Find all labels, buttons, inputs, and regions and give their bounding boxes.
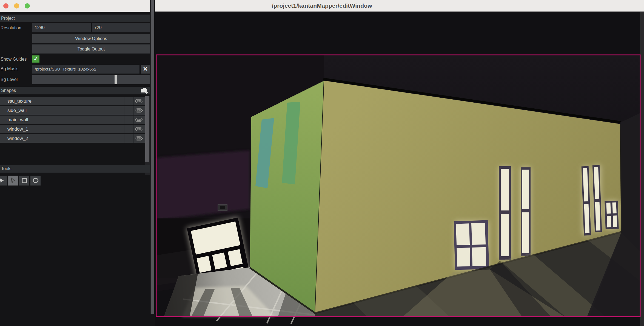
- select-tool-button[interactable]: [0, 176, 7, 186]
- shape-name: side_wall: [7, 106, 27, 115]
- projection-scene: [155, 12, 644, 326]
- bg-level-label: Bg Level: [1, 77, 18, 82]
- bg-level-slider-handle[interactable]: [115, 75, 117, 84]
- shapes-section-header: Shapes: [0, 87, 150, 94]
- rectangle-tool-button[interactable]: [19, 176, 29, 186]
- node-select-tool-button[interactable]: [8, 176, 18, 186]
- shapes-scrollbar[interactable]: [145, 96, 150, 175]
- tools-header-label: Tools: [1, 166, 11, 171]
- kantan-mapper-panel: Project Resolution 1280 720 Window Optio…: [0, 12, 155, 326]
- shape-name: window_2: [7, 134, 28, 143]
- shape-row-main-wall[interactable]: main_wall: [0, 116, 145, 124]
- close-button[interactable]: [3, 3, 8, 9]
- purple-light-patch: [157, 150, 250, 220]
- tools-section-header: Tools: [0, 165, 150, 173]
- visibility-eye-icon[interactable]: [135, 108, 143, 113]
- minimize-button[interactable]: [14, 3, 19, 9]
- zoom-button[interactable]: [25, 3, 30, 9]
- tall-window-a1: [499, 166, 511, 260]
- project-section-header: Project: [0, 15, 150, 22]
- shapes-scrollbar-thumb[interactable]: [145, 96, 149, 162]
- window-options-button[interactable]: Window Options: [32, 34, 150, 43]
- show-guides-label: Show Guides: [1, 57, 27, 62]
- freeform-tool-button[interactable]: [30, 176, 41, 186]
- titlebar: /project1/kantanMapper/editWindow: [0, 0, 644, 12]
- shape-name: ssu_texture: [7, 97, 32, 105]
- freeform-shape-icon: [32, 178, 39, 184]
- bg-mask-field[interactable]: /project1/SSU_Texture_1024x652: [32, 65, 139, 74]
- shapes-header-label: Shapes: [1, 88, 16, 93]
- project-header-label: Project: [1, 16, 15, 21]
- shape-row-window-2[interactable]: window_2: [0, 134, 145, 143]
- show-guides-checkbox[interactable]: ✓: [32, 55, 39, 63]
- outline-arrow-icon: [10, 178, 16, 184]
- traffic-lights: [3, 0, 30, 12]
- bg-mask-clear-button[interactable]: ✕: [141, 65, 150, 74]
- edit-window-viewport[interactable]: [155, 12, 644, 326]
- shape-name: window_1: [7, 125, 28, 133]
- select-arrow-icon: [0, 178, 5, 184]
- visibility-eye-icon[interactable]: [135, 117, 143, 122]
- shape-row-ssu-texture[interactable]: ssu_texture: [0, 97, 145, 105]
- panel-splitter-handle[interactable]: [150, 0, 155, 314]
- resolution-height-field[interactable]: 720: [92, 23, 150, 32]
- outside-border-strip: [640, 12, 644, 326]
- resolution-label: Resolution: [1, 26, 21, 30]
- toggle-output-button[interactable]: Toggle Output: [32, 44, 150, 54]
- visibility-eye-icon[interactable]: [135, 127, 143, 131]
- shape-row-side-wall[interactable]: side_wall: [0, 106, 145, 115]
- rectangle-icon: [21, 178, 27, 184]
- resolution-width-field[interactable]: 1280: [32, 23, 91, 32]
- bg-mask-label: Bg Mask: [1, 66, 18, 71]
- shape-row-window-1[interactable]: window_1: [0, 125, 145, 133]
- short-cross-window: [605, 201, 619, 229]
- main-wall-door: [454, 220, 489, 270]
- shape-name: main_wall: [7, 116, 28, 124]
- bg-level-slider[interactable]: [32, 75, 150, 84]
- vent-slot: [220, 206, 225, 209]
- visibility-eye-icon[interactable]: [135, 99, 143, 103]
- visibility-eye-icon[interactable]: [135, 136, 143, 141]
- tall-window-a2: [521, 167, 531, 256]
- add-shape-folder-icon[interactable]: [140, 87, 149, 94]
- window-title: /project1/kantanMapper/editWindow: [0, 2, 644, 9]
